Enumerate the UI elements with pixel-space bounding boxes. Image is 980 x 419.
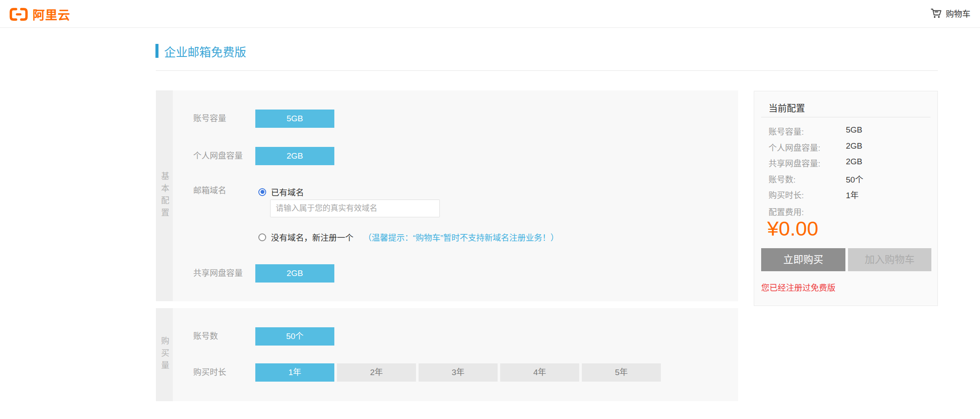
summary-row: 购买时长: 1年 xyxy=(754,189,937,199)
summary-row-value: 50个 xyxy=(846,173,863,185)
header-cart-link[interactable]: 购物车 xyxy=(930,7,970,19)
summary-row-value: 5GB xyxy=(846,125,862,135)
duration-option-4y[interactable]: 4年 xyxy=(500,363,579,382)
new-domain-radio-option[interactable]: 没有域名，新注册一个 （温馨提示：“购物车”暂时不支持新域名注册业务！） xyxy=(258,231,559,243)
duration-option-2y[interactable]: 2年 xyxy=(337,363,416,382)
radio-selected-icon[interactable] xyxy=(258,188,266,196)
summary-row-label: 个人网盘容量: xyxy=(769,141,820,153)
summary-row-value: 1年 xyxy=(846,189,859,200)
summary-row-label: 账号数: xyxy=(769,173,795,185)
summary-row-label: 共享网盘容量: xyxy=(769,157,820,169)
summary-row: 账号数: 50个 xyxy=(754,173,937,183)
summary-divider xyxy=(761,117,931,117)
fee-amount: ¥0.00 xyxy=(767,216,818,240)
new-domain-hint: （温馨提示：“购物车”暂时不支持新域名注册业务！） xyxy=(363,231,559,243)
purchase-group-strip: 购买量 xyxy=(156,308,173,401)
current-config-title: 当前配置 xyxy=(769,101,805,114)
add-to-cart-button[interactable]: 加入购物车 xyxy=(848,248,931,271)
fee-label: 配置费用: xyxy=(769,206,804,217)
summary-row-label: 账号容量: xyxy=(769,125,804,137)
duration-option-3y[interactable]: 3年 xyxy=(419,363,498,382)
summary-row-value: 2GB xyxy=(846,141,862,151)
account-count-option[interactable]: 50个 xyxy=(255,327,334,346)
personal-disk-option[interactable]: 2GB xyxy=(255,147,334,165)
summary-row-label: 购买时长: xyxy=(769,189,804,200)
title-divider xyxy=(156,70,938,71)
personal-disk-label: 个人网盘容量 xyxy=(193,147,243,165)
shopping-cart-icon xyxy=(930,7,942,19)
cart-label: 购物车 xyxy=(946,7,970,19)
basic-config-group-label: 基本配置 xyxy=(158,172,170,220)
existing-domain-radio-option[interactable]: 已有域名 xyxy=(258,186,304,198)
aliyun-brackets-icon xyxy=(9,7,29,22)
duration-label: 购买时长 xyxy=(193,363,226,382)
existing-domain-option-label: 已有域名 xyxy=(271,186,304,198)
summary-row: 共享网盘容量: 2GB xyxy=(754,157,937,167)
top-header: 阿里云 购物车 xyxy=(0,0,980,28)
summary-row: 个人网盘容量: 2GB xyxy=(754,141,937,152)
account-count-label: 账号数 xyxy=(193,327,218,346)
account-capacity-label: 账号容量 xyxy=(193,110,226,128)
duration-option-1y[interactable]: 1年 xyxy=(255,363,334,382)
basic-config-panel: 基本配置 账号容量 5GB 个人网盘容量 2GB 邮箱域名 已有域名 没有域名，… xyxy=(156,90,738,301)
duration-option-5y[interactable]: 5年 xyxy=(582,363,661,382)
purchase-group-label: 购买量 xyxy=(158,336,170,373)
title-accent-bar xyxy=(155,44,158,58)
new-domain-option-label: 没有域名，新注册一个 xyxy=(271,231,353,243)
domain-input[interactable] xyxy=(270,200,440,217)
mail-domain-label: 邮箱域名 xyxy=(193,182,226,200)
page-title: 企业邮箱免费版 xyxy=(164,43,246,60)
current-config-card: 当前配置 账号容量: 5GB 个人网盘容量: 2GB 共享网盘容量: 2GB 账… xyxy=(754,91,938,306)
summary-row: 账号容量: 5GB xyxy=(754,125,937,136)
brand-name: 阿里云 xyxy=(33,6,70,23)
purchase-panel: 购买量 账号数 50个 购买时长 1年 2年 3年 4年 5年 xyxy=(156,308,738,401)
summary-row-value: 2GB xyxy=(846,157,862,166)
shared-disk-option[interactable]: 2GB xyxy=(255,264,334,283)
account-capacity-option[interactable]: 5GB xyxy=(255,110,334,128)
buy-now-button[interactable]: 立即购买 xyxy=(761,248,845,271)
already-registered-notice: 您已经注册过免费版 xyxy=(761,281,835,293)
shared-disk-label: 共享网盘容量 xyxy=(193,264,243,283)
basic-config-group-strip: 基本配置 xyxy=(156,90,173,301)
aliyun-logo[interactable]: 阿里云 xyxy=(9,6,70,23)
radio-unselected-icon[interactable] xyxy=(258,233,266,241)
